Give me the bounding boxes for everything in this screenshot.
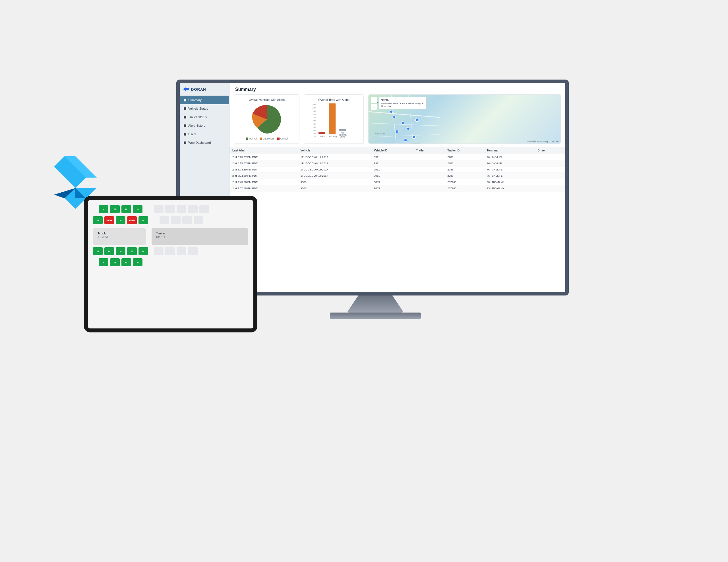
pie-chart-area [238, 104, 296, 135]
tire-be2 [165, 247, 175, 255]
tire-bn6: N [99, 258, 108, 266]
sidebar-item-alert-history[interactable]: Alert History [180, 121, 229, 130]
table-row: 2 at 8:24:39 PM PDT 1FUGGEDV0KLH2017 991… [229, 173, 565, 179]
truck-label: Truck [98, 232, 141, 235]
svg-text:Palm Bay: Palm Bay [411, 143, 420, 144]
cell-vehicle: 1FUGGEDV0KLH2017 [298, 173, 371, 179]
truck-top-tires: N N N N N EUP N EUP N [93, 205, 148, 226]
tire-bn5: N [138, 247, 148, 255]
cell-terminal: 76 - 3KVL FL [484, 173, 535, 179]
sidebar-item-users[interactable]: Users [180, 130, 229, 138]
cell-trailer-id: 2786 [444, 167, 484, 173]
y-axis: 200 180 160 140 120 100 80 60 40 20 0 [308, 104, 316, 138]
tire-e4 [188, 205, 198, 213]
top-tires-section: N N N N N EUP N EUP N [93, 205, 248, 226]
tire-n7: N [138, 216, 148, 224]
sidebar-item-summary[interactable]: Summary [180, 96, 229, 104]
tire-bn4: N [127, 247, 137, 255]
map-zoom-in[interactable]: + [371, 97, 377, 103]
svg-point-21 [415, 119, 418, 122]
map-popup-id: 9820 - [381, 99, 424, 102]
table-row: 2 at 8:25:37 PM PDT 1FUGGEDV0KLH2017 991… [229, 154, 565, 160]
nav-label-vehicle-status: Vehicle Status [188, 107, 208, 110]
cell-last-alert: 2 at 8:25:37 PM PDT [229, 160, 298, 167]
tire-n2: N [110, 205, 120, 213]
map-popup-text: FREIGHTLINER CORP. Cascadia Daycab [381, 102, 424, 105]
cell-trailer [413, 167, 444, 173]
col-trailer-id: Trailer ID [444, 147, 484, 154]
tire-bn3: N [116, 247, 125, 255]
sidebar-item-web-dashboard[interactable]: Web Dashboard [180, 138, 229, 147]
tire-n6: N [116, 216, 125, 224]
nav-icon-web-dashboard [184, 142, 186, 144]
alerts-table: Last Alert Vehicle Vehicle ID Trailer Tr… [229, 147, 565, 192]
bottom-trailer-row-1 [154, 247, 198, 255]
tire-e9 [194, 216, 203, 224]
cell-terminal: 23 - ROAN VA [484, 185, 535, 192]
cell-terminal: 76 - 3KVL FL [484, 167, 535, 173]
bar-chart-title: Overall Tires with Alerts [308, 98, 360, 101]
bar-chart-box: Overall Tires with Alerts 200 180 160 14… [304, 94, 364, 144]
sidebar-item-trailer-status[interactable]: Trailer Status [180, 113, 229, 121]
cell-vehicle: 1FUGGEDV0KLH2017 [298, 167, 371, 173]
nav-icon-users [184, 133, 186, 136]
cell-vehicle-id: 9885 [371, 179, 413, 185]
cell-last-alert: 2 at 8:24:39 PM PDT [229, 173, 298, 179]
cell-vehicle: 1FUGGEDV0KLH2017 [298, 154, 371, 160]
svg-marker-5 [183, 87, 189, 92]
tire-bn7: N [110, 258, 120, 266]
bar-cautionary: Cautionary [327, 102, 337, 138]
pie-legend: Normal Cautionary Critical [238, 137, 296, 140]
bar-not-reporting: Not Reporting / Offline [337, 99, 348, 138]
tire-n1: N [99, 205, 108, 213]
col-vehicle-id: Vehicle ID [371, 147, 413, 154]
cell-driver [535, 154, 565, 160]
legend-label-cautionary: Cautionary [263, 137, 274, 140]
cell-trailer [413, 185, 444, 192]
tire-e7 [171, 216, 181, 224]
cell-last-alert: 2 at 7:37:38 PM PDT [229, 185, 298, 192]
map-popup-id-text: 9820 [381, 99, 388, 102]
nav-label-alert-history: Alert History [188, 124, 205, 127]
cell-trailer [413, 173, 444, 179]
main-content: Summary Overall Vehicles with Alerts [229, 83, 565, 292]
legend-critical: Critical [277, 137, 288, 140]
tire-be1 [154, 247, 164, 255]
map-zoom-out[interactable]: - [371, 104, 377, 110]
cell-driver [535, 167, 565, 173]
nav-label-web-dashboard: Web Dashboard [188, 141, 211, 144]
bar-label-critical: Critical [319, 135, 325, 138]
cell-driver [535, 160, 565, 167]
monitor-stand [347, 295, 404, 312]
svg-point-17 [396, 130, 398, 133]
bottom-tire-row-1: N N N N N [93, 247, 148, 255]
trailer-label: Trailer [156, 232, 244, 235]
page-title: Summary [229, 83, 565, 94]
legend-cautionary: Cautionary [260, 137, 274, 140]
trailer-id: ID: 214 [156, 236, 244, 239]
trailer-section: Trailer ID: 214 [152, 228, 248, 245]
trailer-tire-row-2 [154, 216, 209, 224]
cell-trailer-id: 2786 [444, 173, 484, 179]
truck-tire-row-1: N N N N [93, 205, 148, 213]
tire-n4: N [133, 205, 142, 213]
cell-terminal: 76 - 3KVL FL [484, 160, 535, 167]
tire-e5 [199, 205, 209, 213]
nav-label-users: Users [188, 132, 197, 136]
table-row: 2 at 7:45:38 PM PDT 9885 9885 267200 23 … [229, 179, 565, 185]
sidebar-item-vehicle-status[interactable]: Vehicle Status [180, 104, 229, 113]
map-controls[interactable]: + - [371, 97, 377, 110]
tire-be4 [188, 247, 198, 255]
charts-row: Overall Vehicles with Alerts [229, 94, 565, 144]
cell-trailer [413, 179, 444, 185]
cell-vehicle-id: 9911 [371, 160, 413, 167]
cell-vehicle: 1FUGGEDV0KLH2017 [298, 160, 371, 167]
brand-name: DORAN [191, 87, 206, 92]
svg-point-20 [404, 139, 407, 142]
tire-e1 [154, 205, 164, 213]
table-row: 2 at 7:37:38 PM PDT 9885 9885 267200 23 … [229, 185, 565, 192]
monitor-base [330, 312, 421, 319]
bar-critical-fill [319, 132, 325, 134]
tablet-content: N N N N N EUP N EUP N [88, 200, 253, 328]
tire-e2 [165, 205, 175, 213]
